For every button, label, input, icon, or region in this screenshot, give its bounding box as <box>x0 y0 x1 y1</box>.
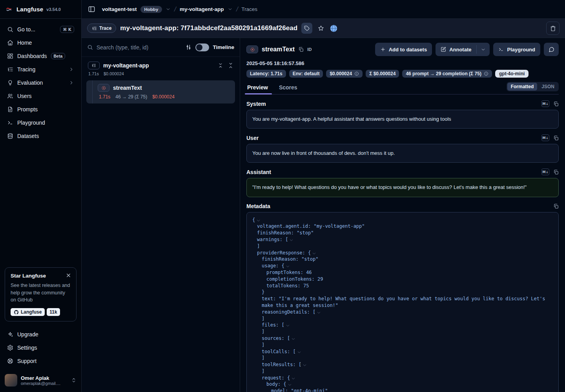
timeline-toggle[interactable] <box>195 44 209 51</box>
format-json[interactable]: JSON <box>538 83 558 91</box>
content: Timeline my-voltagent-app <box>82 38 565 392</box>
info-icon[interactable] <box>354 71 359 76</box>
sidebar-item[interactable]: Evaluation <box>3 76 78 89</box>
trace-header: Trace my-voltagent-app: 7f71abbdcef2aa58… <box>82 19 565 38</box>
sidebar-item-label: Users <box>17 93 32 99</box>
breadcrumb-page[interactable]: Traces <box>241 6 257 12</box>
beta-badge: Beta <box>51 53 66 59</box>
expand-all-icon[interactable] <box>218 63 223 68</box>
home-icon <box>7 40 13 46</box>
chevron-down-icon[interactable] <box>256 218 261 223</box>
user-menu[interactable]: Omer Aplak omeraplak@gmail.... <box>0 369 81 392</box>
observation-node-selected[interactable]: streamText 1.71s 46 → 29 (Σ 75) $0.00002… <box>86 80 235 103</box>
sidebar-toggle-icon[interactable] <box>88 5 95 13</box>
goto-shortcut: ⌘ K <box>60 26 74 33</box>
sidebar-item-label: Settings <box>17 345 37 351</box>
timeline-label: Timeline <box>213 44 234 50</box>
chevron-down-icon[interactable] <box>291 376 295 381</box>
copy-icon[interactable] <box>553 135 559 141</box>
sidebar-item[interactable]: Settings <box>3 341 78 354</box>
view-settings-icon[interactable] <box>185 44 192 51</box>
markdown-toggle-icon[interactable]: M↓ <box>541 169 549 175</box>
add-to-datasets-button[interactable]: Add to datasets <box>375 43 432 56</box>
trace-latency: 1.71s <box>88 71 99 76</box>
chevron-right-icon <box>69 80 74 85</box>
trace-root-metrics: 1.71s $0.000024 <box>88 71 235 76</box>
metadata-section: Metadata <box>246 203 559 392</box>
annotate-button[interactable]: Annotate <box>436 43 476 56</box>
format-formatted[interactable]: Formatted <box>507 83 538 91</box>
breadcrumb-org[interactable]: voltagent-test <box>102 6 137 12</box>
sidebar-item-label: Dashboards <box>17 53 47 59</box>
trace-root-node[interactable]: my-voltagent-app <box>86 62 235 69</box>
close-icon[interactable] <box>66 272 71 278</box>
markdown-toggle-icon[interactable]: M↓ <box>541 134 549 141</box>
sidebar-item-label: Home <box>17 40 32 46</box>
chevron-down-icon[interactable] <box>286 323 290 328</box>
chevron-down-icon[interactable] <box>289 238 293 242</box>
metadata-json-viewer: { voltagent.agent.id: "my-voltagent-app" <box>246 212 559 392</box>
id-label[interactable]: ID <box>307 47 312 52</box>
metric-badge: Latency: 1.71s <box>246 70 286 78</box>
chevron-down-icon[interactable] <box>286 264 290 269</box>
model-badge[interactable]: gpt-4o-mini <box>495 70 529 78</box>
sidebar-item-label: Datasets <box>17 133 39 139</box>
annotate-dropdown-button[interactable] <box>477 43 490 56</box>
breadcrumb-project[interactable]: my-voltagent-app <box>180 6 224 12</box>
sidebar-item[interactable]: Home <box>3 36 78 49</box>
info-icon[interactable] <box>484 71 488 76</box>
github-star-button[interactable]: Langfuse <box>11 308 45 316</box>
copy-icon[interactable] <box>553 169 559 175</box>
chevron-down-icon[interactable] <box>297 350 301 354</box>
sidebar-bottom: Star Langfuse See the latest releases an… <box>0 263 81 392</box>
copy-icon[interactable] <box>553 101 559 107</box>
sidebar-item[interactable]: Dashboards Beta <box>3 49 78 63</box>
collapse-all-icon[interactable] <box>228 63 233 68</box>
sidebar-item[interactable]: Tracing <box>3 63 78 76</box>
system-message: You are my-voltagent-app. A helpful assi… <box>246 110 559 129</box>
markdown-toggle-icon[interactable]: M↓ <box>541 100 549 107</box>
sidebar-item[interactable]: Datasets <box>3 129 78 143</box>
format-toggle: Formatted JSON <box>507 82 559 91</box>
tracing-icon <box>7 66 13 73</box>
search-input[interactable] <box>97 44 182 51</box>
playground-icon <box>7 120 13 126</box>
users-icon <box>7 93 13 99</box>
sidebar-item-goto[interactable]: Go to... ⌘ K <box>3 23 78 36</box>
chevron-down-icon[interactable] <box>288 383 292 387</box>
chevron-down-icon[interactable] <box>291 337 295 341</box>
comments-button[interactable] <box>544 43 559 56</box>
json-line: ] <box>252 355 553 361</box>
sidebar-item[interactable]: Users <box>3 89 78 103</box>
star-card-actions: Langfuse 11k <box>11 308 71 316</box>
tab-preview[interactable]: Preview <box>246 82 269 94</box>
chevron-down-icon[interactable] <box>228 7 233 12</box>
chevron-down-icon[interactable] <box>317 310 321 315</box>
sidebar-item[interactable]: Playground <box>3 116 78 129</box>
delete-trace-button[interactable] <box>546 22 560 35</box>
public-globe-icon[interactable] <box>330 24 338 33</box>
tree-body: my-voltagent-app 1.71s $0.000024 <box>82 57 240 108</box>
sidebar-item[interactable]: Support <box>3 354 78 368</box>
tree-search-row: Timeline <box>82 38 240 57</box>
trace-cost: $0.000024 <box>104 71 124 76</box>
chevron-down-icon[interactable] <box>303 363 307 367</box>
sparkles-icon <box>7 331 13 338</box>
tag-icon[interactable] <box>301 23 312 34</box>
playground-button[interactable]: Playground <box>493 43 540 56</box>
copy-icon[interactable] <box>553 203 559 209</box>
search-icon <box>7 26 13 33</box>
chevron-down-icon[interactable] <box>166 7 171 12</box>
sidebar-item[interactable]: Prompts <box>3 103 78 116</box>
bookmark-star-icon[interactable] <box>316 24 326 33</box>
sidebar-item[interactable]: Upgrade <box>3 328 78 341</box>
observation-cost: $0.000024 <box>152 94 175 100</box>
chevron-down-icon[interactable] <box>312 251 316 256</box>
avatar <box>5 374 17 387</box>
observation-latency: 1.71s <box>99 94 110 100</box>
sidebar: Langfuse v3.54.0 Go to... ⌘ K Home <box>0 0 82 392</box>
tab-scores[interactable]: Scores <box>278 82 298 94</box>
copy-icon[interactable] <box>298 47 304 52</box>
annotate-split-button: Annotate <box>436 43 490 56</box>
json-line: request: { <box>252 375 553 381</box>
